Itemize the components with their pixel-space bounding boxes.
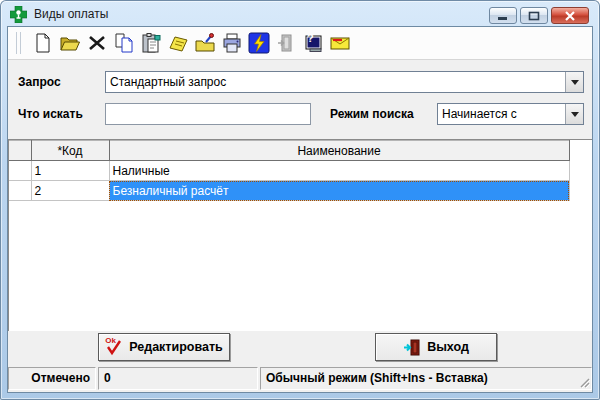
search-label: Что искать (18, 103, 83, 125)
ok-icon-text: Ok (105, 336, 116, 345)
app-window: Виды оплаты (0, 0, 600, 400)
delete-icon[interactable] (83, 30, 110, 56)
hotkeys-icon[interactable]: ? (299, 30, 326, 56)
code-cell[interactable]: 2 (31, 181, 109, 201)
search-mode-combobox[interactable]: Начинается с (437, 103, 584, 125)
print-icon[interactable] (218, 30, 245, 56)
copy-icon[interactable] (110, 30, 137, 56)
query-combobox-value: Стандартный запрос (106, 72, 565, 92)
grid-body: 1Наличные2Безналичный расчёт (9, 161, 569, 201)
chevron-down-icon (571, 80, 579, 89)
lightning-icon[interactable] (245, 30, 272, 56)
minimize-icon (497, 11, 509, 21)
statusbar: Отмечено 0 Обычный режим (Shift+Ins - Вс… (8, 367, 592, 390)
status-marked-label: Отмечено (8, 367, 96, 390)
maximize-button[interactable] (520, 7, 548, 24)
table-row[interactable]: 2Безналичный расчёт (9, 181, 569, 201)
code-column-header[interactable]: *Код (31, 141, 109, 161)
row-indicator-cell[interactable] (9, 181, 31, 201)
email-icon[interactable] (326, 30, 353, 56)
exit-button[interactable]: Выход (375, 333, 497, 361)
name-cell[interactable]: Наличные (109, 161, 569, 181)
minimize-button[interactable] (489, 7, 517, 24)
exit-door-icon (403, 339, 421, 356)
chevron-down-icon (571, 112, 579, 121)
maximize-icon (528, 11, 540, 21)
edit-button-label: Редактировать (129, 340, 222, 354)
paste-icon[interactable] (137, 30, 164, 56)
row-indicator-cell[interactable] (9, 161, 31, 181)
code-cell[interactable]: 1 (31, 161, 109, 181)
query-label: Запрос (18, 71, 61, 93)
save-folder-icon[interactable] (191, 30, 218, 56)
payment-types-grid: *Код Наименование 1Наличные2Безналичный … (8, 139, 592, 331)
hotkeys-question-glyph: ? (307, 33, 314, 44)
name-column-header[interactable]: Наименование (109, 141, 569, 161)
toolbar: ? (8, 27, 592, 60)
status-mode-value: Обычный режим (Shift+Ins - Вставка) (266, 371, 488, 385)
titlebar[interactable]: Виды оплаты (0, 0, 600, 27)
ok-check-icon: Ok (105, 338, 123, 356)
query-dropdown-button[interactable] (565, 72, 583, 92)
close-icon (564, 11, 576, 21)
edit-button[interactable]: Ok Редактировать (98, 333, 230, 361)
search-mode-dropdown-button[interactable] (565, 104, 583, 124)
query-combobox[interactable]: Стандартный запрос (105, 71, 584, 93)
status-marked-count: 0 (98, 367, 258, 390)
search-mode-value: Начинается с (438, 104, 565, 124)
search-input[interactable] (105, 103, 311, 125)
exit-button-label: Выход (427, 340, 469, 354)
name-cell-selected[interactable]: Безналичный расчёт (109, 181, 569, 201)
exit-disabled-icon[interactable] (272, 30, 299, 56)
open-folder-icon[interactable] (56, 30, 83, 56)
search-mode-label: Режим поиска (330, 103, 414, 125)
grid-header-row: *Код Наименование (9, 141, 569, 161)
edit-note-icon[interactable] (164, 30, 191, 56)
close-button[interactable] (551, 7, 589, 24)
window-title: Виды оплаты (34, 7, 108, 21)
table-row[interactable]: 1Наличные (9, 161, 569, 181)
client-area: ? Запрос Стандартный запрос Что искать Р… (8, 27, 592, 392)
app-logo-icon (10, 6, 27, 23)
indicator-column-header[interactable] (9, 141, 31, 161)
resize-grip-icon[interactable] (578, 376, 590, 388)
status-mode-text: Обычный режим (Shift+Ins - Вставка) (260, 367, 592, 390)
new-document-icon[interactable] (29, 30, 56, 56)
toolbar-gripper[interactable] (16, 32, 21, 54)
